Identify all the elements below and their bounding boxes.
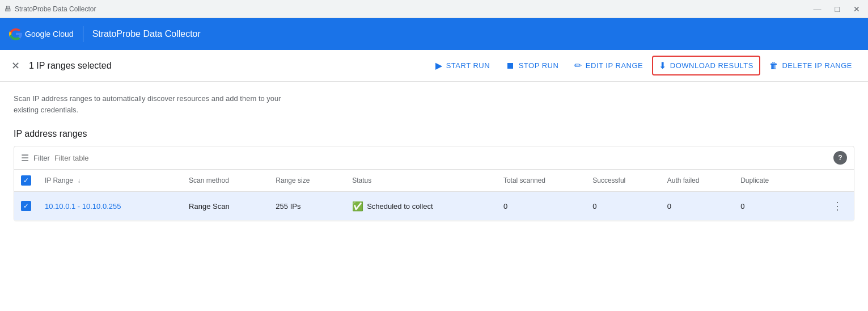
row-actions-cell: ⋮ — [801, 192, 854, 221]
row-ip-range: 10.10.0.1 - 10.10.0.255 — [38, 192, 182, 221]
minimize-button[interactable]: — — [810, 3, 825, 15]
description-text: Scan IP address ranges to automatically … — [14, 93, 297, 115]
start-run-button[interactable]: ▶ START RUN — [429, 56, 497, 75]
content: Scan IP address ranges to automatically … — [0, 82, 868, 233]
title-bar: 🖶 StratoProbe Data Collector — □ ✕ — [0, 0, 868, 18]
status-icon: ✅ — [352, 201, 363, 212]
header-auth-failed: Auth failed — [660, 170, 734, 192]
google-cloud-icon — [9, 27, 23, 41]
section-title: IP address ranges — [14, 129, 854, 139]
row-range-size: 255 IPs — [269, 192, 345, 221]
edit-ip-range-button[interactable]: ✏ EDIT IP RANGE — [568, 56, 650, 75]
header-status: Status — [345, 170, 497, 192]
row-checkbox-cell: ✓ — [14, 192, 38, 221]
app-icon: 🖶 — [5, 5, 11, 13]
header-checkbox-cell: ✓ — [14, 170, 38, 192]
filter-label: Filter — [33, 154, 50, 162]
row-auth-failed: 0 — [660, 192, 734, 221]
table-header-row: ✓ IP Range ↓ Scan method Range size Stat… — [14, 170, 854, 192]
download-icon: ⬇ — [659, 60, 667, 71]
header-range-size: Range size — [269, 170, 345, 192]
maximize-button[interactable]: □ — [832, 3, 843, 15]
header-ip-range-label: IP Range — [45, 176, 73, 184]
window-close-button[interactable]: ✕ — [850, 3, 863, 15]
edit-ip-range-label: EDIT IP RANGE — [586, 61, 643, 70]
row-status: ✅ Scheduled to collect — [345, 192, 497, 221]
deselect-button[interactable]: ✕ — [9, 57, 22, 74]
toolbar-actions: ▶ START RUN ⏹ STOP RUN ✏ EDIT IP RANGE ⬇… — [429, 56, 859, 75]
stop-run-icon: ⏹ — [506, 61, 515, 71]
title-bar-text: StratoProbe Data Collector — [15, 5, 96, 13]
app-header: Google Cloud StratoProbe Data Collector — [0, 18, 868, 50]
stop-run-label: STOP RUN — [519, 61, 559, 70]
toolbar-selection: ✕ 1 IP ranges selected — [9, 57, 424, 74]
delete-icon: 🗑 — [769, 61, 779, 71]
download-results-button[interactable]: ⬇ DOWNLOAD RESULTS — [652, 56, 760, 75]
google-cloud-text: Google Cloud — [25, 30, 74, 39]
status-text: Scheduled to collect — [367, 202, 433, 211]
filter-icon: ☰ — [21, 153, 29, 163]
start-run-label: START RUN — [446, 61, 490, 70]
header-scan-method: Scan method — [182, 170, 269, 192]
header-duplicate: Duplicate — [734, 170, 801, 192]
filter-input[interactable] — [54, 154, 829, 162]
edit-icon: ✏ — [574, 60, 582, 71]
title-bar-left: 🖶 StratoProbe Data Collector — [5, 5, 96, 13]
row-more-button[interactable]: ⋮ — [828, 197, 847, 215]
delete-ip-range-label: DELETE IP RANGE — [782, 61, 852, 70]
help-button[interactable]: ? — [833, 151, 847, 165]
google-cloud-logo: Google Cloud — [9, 27, 74, 41]
sort-icon: ↓ — [77, 176, 81, 184]
table-row: ✓ 10.10.0.1 - 10.10.0.255 Range Scan 255… — [14, 192, 854, 221]
delete-ip-range-button[interactable]: 🗑 DELETE IP RANGE — [763, 56, 859, 75]
header-divider — [83, 26, 83, 42]
toolbar: ✕ 1 IP ranges selected ▶ START RUN ⏹ STO… — [0, 50, 868, 82]
table-filter-row: ☰ Filter ? — [14, 146, 854, 170]
header-actions — [801, 170, 854, 192]
selection-count-text: 1 IP ranges selected — [29, 61, 112, 71]
stop-run-button[interactable]: ⏹ STOP RUN — [499, 56, 565, 75]
ip-ranges-table-container: ☰ Filter ? ✓ IP Range ↓ Scan method Rang… — [14, 146, 854, 221]
download-results-label: DOWNLOAD RESULTS — [670, 61, 753, 70]
header-successful: Successful — [586, 170, 660, 192]
app-title: StratoProbe Data Collector — [92, 29, 201, 39]
row-total-scanned: 0 — [497, 192, 586, 221]
row-scan-method: Range Scan — [182, 192, 269, 221]
row-successful: 0 — [586, 192, 660, 221]
title-bar-controls[interactable]: — □ ✕ — [810, 3, 863, 15]
header-ip-range[interactable]: IP Range ↓ — [38, 170, 182, 192]
header-checkbox[interactable]: ✓ — [21, 175, 31, 186]
start-run-icon: ▶ — [435, 60, 443, 71]
ip-range-link[interactable]: 10.10.0.1 - 10.10.0.255 — [45, 202, 121, 211]
header-total-scanned: Total scanned — [497, 170, 586, 192]
row-duplicate: 0 — [734, 192, 801, 221]
ip-ranges-table: ✓ IP Range ↓ Scan method Range size Stat… — [14, 170, 854, 221]
row-checkbox-0[interactable]: ✓ — [21, 201, 31, 211]
